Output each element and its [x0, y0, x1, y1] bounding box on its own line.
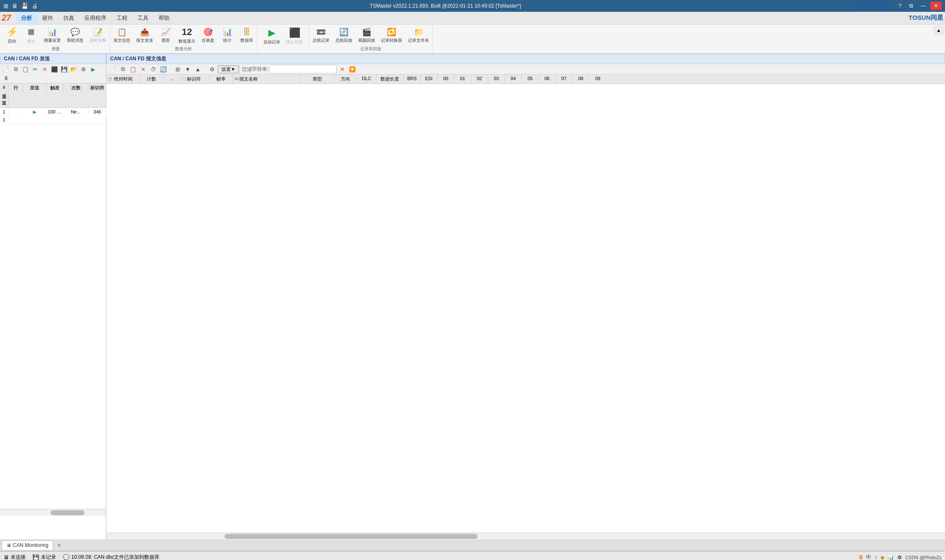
message-send-label: 报文发送 — [136, 38, 153, 43]
right-paste-btn[interactable]: 📋 — [128, 65, 138, 73]
database-icon: 🗄 — [243, 28, 251, 37]
left-open-btn[interactable]: 📂 — [69, 65, 78, 73]
window-controls[interactable]: ? ⧉ — ✕ — [895, 2, 942, 10]
left-copy-btn[interactable]: ⧉ — [11, 65, 20, 73]
filter-input[interactable] — [269, 65, 337, 73]
bus-record-button[interactable]: 📼 总线记录 — [310, 26, 332, 45]
database-button[interactable]: 🗄 数据库 — [238, 27, 256, 45]
tab-can-monitoring[interactable]: 🖥 CAN Monitoring — [2, 540, 53, 550]
record-convert-button[interactable]: 🔁 记录转换器 — [378, 26, 405, 45]
start-label: 启动 — [8, 38, 16, 44]
left-h-scroll-thumb[interactable] — [51, 510, 84, 515]
filter-icon-btn[interactable]: 🔽 — [348, 65, 357, 73]
left-play-btn[interactable]: ▶ — [89, 65, 98, 73]
right-refresh-btn[interactable]: 🔄 — [159, 65, 168, 73]
menu-analysis[interactable]: 分析 — [16, 13, 37, 24]
col-msg-name-label: 报文名称 — [239, 76, 258, 82]
right-set-btn[interactable]: 设置▼ — [218, 65, 239, 73]
col-byte-03: 03 — [488, 75, 505, 83]
left-settings-btn[interactable]: ⚙ — [79, 65, 88, 73]
start-record-button[interactable]: ▶ 启动记录 — [261, 26, 283, 46]
col-id-right: ☐ 标识符 — [180, 75, 210, 83]
record-convert-icon: 🔁 — [387, 27, 396, 37]
right-gear-btn[interactable]: ⚙ — [208, 65, 217, 73]
right-new-btn[interactable]: 📄 — [108, 65, 117, 73]
col-ellipsis: ... — [163, 75, 180, 83]
left-paste-btn[interactable]: 📋 — [21, 65, 30, 73]
statistics-label: 统计 — [223, 38, 232, 43]
numeric-display-button[interactable]: 12 数值显示 — [176, 25, 198, 46]
right-delete-btn[interactable]: ✕ — [138, 65, 148, 73]
menu-project[interactable]: 工程 — [111, 13, 132, 24]
toolbar-group-record-playback: 📼 总线记录 🔄 总线回放 🎬 视频回放 🔁 记录转换器 📁 记录文件夹 记录和… — [309, 25, 433, 52]
realtime-note-button[interactable]: 📝 实时注释 — [87, 26, 109, 45]
realtime-note-icon: 📝 — [93, 27, 103, 37]
col-send: 发送 — [23, 83, 46, 92]
menu-application[interactable]: 应用程序 — [79, 13, 111, 24]
col-brs: BRS — [404, 75, 421, 83]
row-count: Ne... — [63, 108, 89, 116]
menu-simulation[interactable]: 仿真 — [58, 13, 79, 24]
help-btn[interactable]: ? — [895, 2, 905, 10]
section-headers: CAN / CAN FD 发送 CAN / CAN FD 报文信息 — [0, 54, 945, 64]
message-send-button[interactable]: 📤 报文发送 — [134, 26, 156, 45]
stop-record-icon: ⬛ — [289, 27, 300, 38]
record-folder-button[interactable]: 📁 记录文件夹 — [405, 26, 432, 45]
col-row: 行 — [8, 83, 23, 92]
minimize-btn[interactable]: — — [917, 2, 929, 10]
right-panel: 📄 ⧉ 📋 ✕ ⏱ 🔄 ⊞ ▼ ▲ ⚙ 设置▼ 过滤字符串: ✕ 🔽 — [106, 64, 945, 539]
bus-playback-button[interactable]: 🔄 总线回放 — [333, 26, 355, 45]
right-down-btn[interactable]: ▼ — [183, 65, 192, 73]
right-h-scroll-thumb[interactable] — [224, 534, 478, 539]
dashboard-button[interactable]: 🎯 仪表盘 — [199, 26, 217, 45]
right-copy-btn[interactable]: ⧉ — [118, 65, 127, 73]
right-layout-btn[interactable]: ⊞ — [173, 65, 182, 73]
table-row[interactable]: 1 ▶ 100 ms Ne... 346 1 — [0, 108, 106, 124]
filter-clear-btn[interactable]: ✕ — [338, 65, 347, 73]
measure-settings-button[interactable]: 📊 测量设置 — [41, 26, 63, 45]
video-playback-label: 视频回放 — [358, 38, 375, 43]
left-new-btn[interactable]: 📄 — [1, 65, 11, 73]
bottom-right-icons: S 中 ↑ ◆ 📊 ⚙ CSDN @PhotoZz — [859, 554, 942, 560]
stop-icon: ⏹ — [27, 27, 36, 38]
close-btn[interactable]: ✕ — [930, 2, 942, 10]
database-label: 数据库 — [240, 38, 253, 43]
toolbar-collapse-btn[interactable]: ▲ — [934, 26, 943, 35]
statistics-button[interactable]: 📊 统计 — [218, 26, 237, 45]
toolbar-group-data-analysis: 📋 报文信息 📤 报文发送 📈 图形 12 数值显示 🎯 仪表盘 📊 统计 — [110, 25, 257, 52]
left-stop-btn[interactable]: ⬛ — [50, 65, 59, 73]
start-button[interactable]: ⚡ 启动 — [3, 25, 21, 46]
row-send[interactable]: ▶ — [23, 108, 46, 116]
record-status: 💾 未记录 — [32, 554, 56, 560]
menu-hardware[interactable]: 硬件 — [37, 13, 58, 24]
left-delete-btn[interactable]: ✕ — [40, 65, 49, 73]
bottom-status: 🖥 未连接 💾 未记录 💬 10:09:28: CAN dbc文件已添加到数据库… — [0, 551, 945, 560]
system-message-button[interactable]: 💬 系统消息 — [64, 26, 86, 45]
connection-label: 未连接 — [11, 554, 26, 560]
left-pause-btn[interactable]: ⏸ — [1, 74, 11, 82]
menu-bar: 27 分析 硬件 仿真 应用程序 工程 工具 帮助 TOSUN同星 — [0, 12, 945, 24]
right-timestamp-btn[interactable]: ⏱ — [148, 65, 158, 73]
col-count: 次数 — [63, 83, 89, 92]
menu-tools[interactable]: 工具 — [132, 13, 154, 24]
stop-record-button[interactable]: ⬛ 停止记录 — [284, 26, 305, 46]
row-id: 346 — [89, 108, 106, 116]
col-byte-07: 07 — [556, 75, 572, 83]
stop-button[interactable]: ⏹ 停止 — [22, 25, 40, 46]
restore-btn[interactable]: ⧉ — [906, 2, 916, 10]
statistics-icon: 📊 — [223, 27, 232, 37]
col-byte-02: 02 — [471, 75, 488, 83]
left-cut-btn[interactable]: ✂ — [30, 65, 40, 73]
toolbar-collapse-area: ▲ — [934, 25, 943, 52]
menu-help[interactable]: 帮助 — [154, 13, 175, 24]
video-playback-button[interactable]: 🎬 视频回放 — [356, 26, 378, 45]
tab-add-btn[interactable]: + — [54, 540, 65, 551]
right-up-btn[interactable]: ▲ — [193, 65, 202, 73]
right-h-scroll[interactable] — [106, 533, 945, 539]
row-trigger: 100 ms — [46, 108, 63, 116]
left-save-btn[interactable]: 💾 — [59, 65, 69, 73]
main-area: CAN / CAN FD 发送 CAN / CAN FD 报文信息 📄 ⧉ 📋 … — [0, 54, 945, 539]
chart-button[interactable]: 📈 图形 — [157, 26, 175, 45]
message-info-button[interactable]: 📋 报文信息 — [111, 26, 133, 45]
left-h-scroll[interactable] — [0, 509, 106, 516]
